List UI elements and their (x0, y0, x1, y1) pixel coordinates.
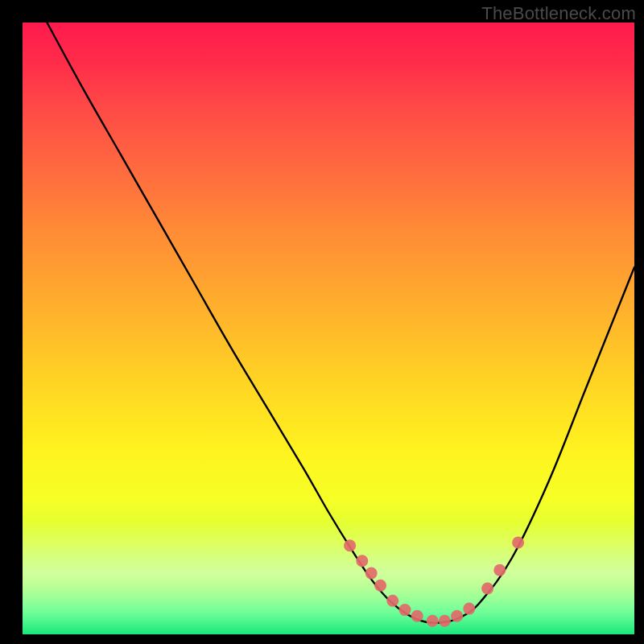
highlight-point (512, 537, 524, 549)
highlight-point (463, 603, 475, 615)
chart-stage: TheBottleneck.com (0, 0, 644, 644)
highlight-point (399, 604, 411, 616)
highlight-point (493, 564, 506, 576)
highlight-point (451, 610, 463, 622)
highlight-point (356, 555, 368, 567)
highlight-point (386, 595, 398, 607)
highlight-points (23, 23, 634, 634)
highlight-point (427, 615, 439, 627)
highlight-point (481, 583, 493, 595)
highlight-point (411, 610, 423, 622)
highlight-point (374, 580, 386, 592)
plot-area (23, 23, 634, 634)
highlight-point (344, 539, 356, 551)
highlight-point (365, 568, 378, 580)
highlight-point (439, 615, 451, 627)
watermark-text: TheBottleneck.com (481, 3, 636, 24)
